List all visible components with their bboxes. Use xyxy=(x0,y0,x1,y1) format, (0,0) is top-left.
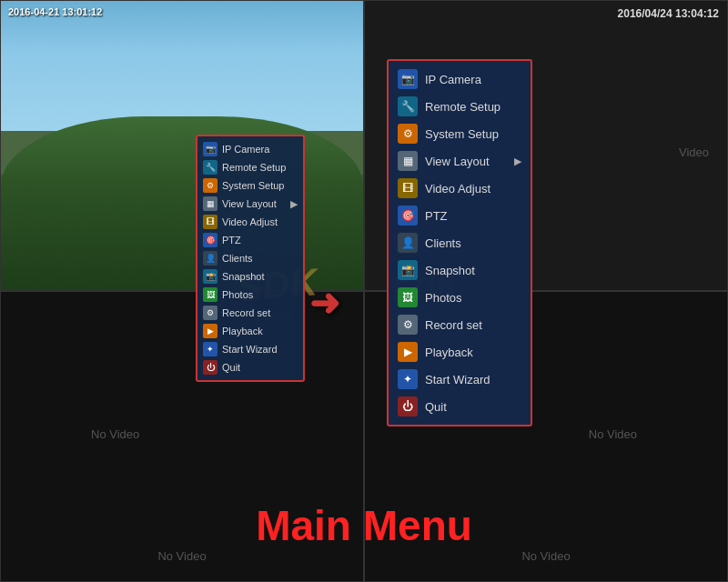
small-menu: 📷 IP Camera 🔧 Remote Setup ⚙ System Setu… xyxy=(196,135,305,382)
clients-icon-lg: 👤 xyxy=(398,233,418,253)
camera-grid: 2016-04-21 13:01:12 Video No Video No Vi… xyxy=(0,0,728,582)
view-layout-arrow-lg: ▶ xyxy=(514,156,521,167)
large-menu-item-start-wizard[interactable]: ✦ Start Wizard xyxy=(389,366,531,393)
no-video-bottom-left: No Video xyxy=(91,427,139,441)
record-set-icon-lg: ⚙ xyxy=(398,315,418,335)
no-video-bottom-right: No Video xyxy=(589,427,637,441)
small-menu-item-remote-setup[interactable]: 🔧 Remote Setup xyxy=(197,158,303,176)
no-video-label-2: No Video xyxy=(521,549,570,563)
quit-icon-sm: ⏻ xyxy=(203,360,217,375)
large-menu-label-start-wizard: Start Wizard xyxy=(425,373,490,386)
video-adjust-icon-sm: 🎞 xyxy=(203,215,217,229)
quit-icon-lg: ⏻ xyxy=(398,396,418,416)
start-wizard-icon-lg: ✦ xyxy=(398,369,418,389)
small-menu-label-quit: Quit xyxy=(222,362,240,373)
large-menu-label-playback: Playback xyxy=(425,346,473,359)
small-menu-item-view-layout[interactable]: ▦ View Layout ▶ xyxy=(197,195,303,213)
large-menu-label-remote-setup: Remote Setup xyxy=(425,100,500,114)
camera-top-left: 2016-04-21 13:01:12 xyxy=(0,0,364,291)
large-menu-item-ip-camera[interactable]: 📷 IP Camera xyxy=(389,65,531,93)
view-layout-icon-sm: ▦ xyxy=(203,196,217,211)
small-menu-label-record-set: Record set xyxy=(222,307,270,318)
small-menu-item-ip-camera[interactable]: 📷 IP Camera xyxy=(197,140,303,158)
photos-icon-lg: 🖼 xyxy=(398,287,418,307)
playback-icon-lg: ▶ xyxy=(398,342,418,362)
playback-icon-sm: ▶ xyxy=(203,324,217,338)
small-menu-label-start-wizard: Start Wizard xyxy=(222,344,278,355)
large-menu-label-video-adjust: Video Adjust xyxy=(425,182,490,196)
large-menu-item-quit[interactable]: ⏻ Quit xyxy=(389,393,531,420)
large-menu-item-system-setup[interactable]: ⚙ System Setup xyxy=(389,120,531,147)
small-menu-item-snapshot[interactable]: 📸 Snapshot xyxy=(197,267,303,286)
ip-camera-icon-lg: 📷 xyxy=(398,69,418,89)
small-menu-item-photos[interactable]: 🖼 Photos xyxy=(197,286,303,304)
large-menu-label-system-setup: System Setup xyxy=(425,127,499,141)
small-menu-label-ip-camera: IP Camera xyxy=(222,144,269,155)
large-menu-item-playback[interactable]: ▶ Playback xyxy=(389,338,531,366)
large-menu-label-view-layout: View Layout xyxy=(425,155,490,168)
video-label-partial: Video xyxy=(679,146,709,159)
system-setup-icon-sm: ⚙ xyxy=(203,178,217,193)
large-menu-item-video-adjust[interactable]: 🎞 Video Adjust xyxy=(389,175,531,202)
video-adjust-icon-lg: 🎞 xyxy=(398,178,418,198)
global-timestamp: 2016/04/24 13:04:12 xyxy=(618,7,719,20)
view-layout-arrow-sm: ▶ xyxy=(290,198,298,210)
large-menu-label-ip-camera: IP Camera xyxy=(425,73,481,86)
small-menu-item-clients[interactable]: 👤 Clients xyxy=(197,249,303,267)
ptz-icon-sm: 🎯 xyxy=(203,233,217,247)
small-menu-label-playback: Playback xyxy=(222,326,263,336)
record-set-icon-sm: ⚙ xyxy=(203,306,217,320)
snapshot-icon-sm: 📸 xyxy=(203,269,217,284)
large-menu-item-record-set[interactable]: ⚙ Record set xyxy=(389,311,531,338)
snapshot-icon-lg: 📸 xyxy=(398,260,418,280)
ip-camera-icon-sm: 📷 xyxy=(203,142,217,156)
large-menu-item-photos[interactable]: 🖼 Photos xyxy=(389,284,531,311)
ptz-icon-lg: 🎯 xyxy=(398,206,418,226)
remote-setup-icon-lg: 🔧 xyxy=(398,96,418,116)
small-menu-label-photos: Photos xyxy=(222,289,253,300)
small-menu-label-remote-setup: Remote Setup xyxy=(222,162,286,173)
small-menu-label-view-layout: View Layout xyxy=(222,198,277,209)
small-menu-item-playback[interactable]: ▶ Playback xyxy=(197,322,303,340)
small-menu-label-system-setup: System Setup xyxy=(222,180,284,191)
timestamp-top-left: 2016-04-21 13:01:12 xyxy=(8,6,102,17)
small-menu-label-ptz: PTZ xyxy=(222,235,241,246)
small-menu-item-system-setup[interactable]: ⚙ System Setup xyxy=(197,176,303,195)
small-menu-item-ptz[interactable]: 🎯 PTZ xyxy=(197,231,303,249)
large-menu-label-clients: Clients xyxy=(425,236,461,250)
large-menu: 📷 IP Camera 🔧 Remote Setup ⚙ System Setu… xyxy=(387,59,532,426)
large-menu-label-record-set: Record set xyxy=(425,318,482,332)
no-video-label-1: No Video xyxy=(157,549,206,563)
small-menu-label-video-adjust: Video Adjust xyxy=(222,216,278,227)
remote-setup-icon-sm: 🔧 xyxy=(203,160,217,175)
small-menu-item-record-set[interactable]: ⚙ Record set xyxy=(197,304,303,322)
large-menu-label-snapshot: Snapshot xyxy=(425,264,475,277)
large-menu-label-photos: Photos xyxy=(425,291,461,305)
large-menu-item-snapshot[interactable]: 📸 Snapshot xyxy=(389,256,531,284)
small-menu-label-clients: Clients xyxy=(222,253,253,264)
small-menu-item-start-wizard[interactable]: ✦ Start Wizard xyxy=(197,340,303,358)
large-menu-item-clients[interactable]: 👤 Clients xyxy=(389,229,531,256)
photos-icon-sm: 🖼 xyxy=(203,287,217,302)
large-menu-label-quit: Quit xyxy=(425,400,447,414)
large-menu-item-remote-setup[interactable]: 🔧 Remote Setup xyxy=(389,93,531,120)
system-setup-icon-lg: ⚙ xyxy=(398,124,418,144)
menu-arrow: ➜ xyxy=(309,282,340,324)
start-wizard-icon-sm: ✦ xyxy=(203,342,217,356)
large-menu-item-ptz[interactable]: 🎯 PTZ xyxy=(389,202,531,229)
large-menu-item-view-layout[interactable]: ▦ View Layout ▶ xyxy=(389,147,531,175)
view-layout-icon-lg: ▦ xyxy=(398,151,418,171)
main-menu-label: Main Menu xyxy=(256,501,472,550)
small-menu-item-quit[interactable]: ⏻ Quit xyxy=(197,358,303,376)
large-menu-label-ptz: PTZ xyxy=(425,209,448,223)
small-menu-item-video-adjust[interactable]: 🎞 Video Adjust xyxy=(197,213,303,231)
clients-icon-sm: 👤 xyxy=(203,251,217,266)
small-menu-label-snapshot: Snapshot xyxy=(222,271,264,282)
